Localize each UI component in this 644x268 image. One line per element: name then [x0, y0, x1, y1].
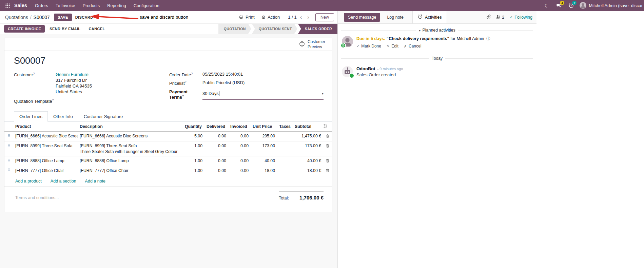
delete-row-icon[interactable] [323, 132, 332, 141]
optional-columns-icon[interactable] [323, 122, 332, 132]
address-line: 317 Fairchild Dr [56, 77, 92, 83]
save-button[interactable]: SAVE [54, 14, 72, 21]
drag-handle-icon[interactable]: ⠿ [4, 141, 13, 156]
col-header-delivered[interactable]: Delivered [204, 122, 228, 132]
cell-unit-price[interactable]: 173.00 [251, 141, 277, 156]
info-icon[interactable]: ⓘ [486, 36, 490, 41]
delete-row-icon[interactable] [323, 141, 332, 156]
pager-next-icon[interactable]: › [305, 14, 311, 20]
pager-previous-icon[interactable]: ‹ [298, 14, 304, 20]
cell-product[interactable]: [FURN_7777] Office Chair [13, 166, 78, 176]
cancel-activity-button[interactable]: ✗ Cancel [404, 44, 422, 49]
table-row[interactable]: ⠿ [FURN_6666] Acoustic Bloc Screens [FUR… [4, 132, 332, 141]
cell-product[interactable]: [FURN_8999] Three-Seat Sofa [13, 141, 78, 156]
cancel-button[interactable]: CANCEL [85, 25, 108, 33]
cell-description[interactable]: [FURN_8999] Three-Seat SofaThree Seater … [78, 141, 183, 156]
payment-terms-input[interactable]: 30 Days ▾ [202, 89, 324, 100]
delete-row-icon[interactable] [323, 166, 332, 176]
menu-configuration[interactable]: Configuration [130, 0, 163, 11]
customer-link[interactable]: Gemini Furniture [56, 72, 89, 77]
cell-delivered[interactable]: 0.00 [204, 132, 228, 141]
cell-description[interactable]: [FURN_7777] Office Chair [78, 166, 183, 176]
cell-unit-price[interactable]: 18.00 [251, 166, 277, 176]
cell-taxes[interactable] [277, 156, 293, 166]
planned-activities-toggle[interactable]: ▾ Planned activities [419, 28, 455, 33]
cell-invoiced[interactable]: 0.00 [228, 132, 251, 141]
table-row[interactable]: ⠿ [FURN_8999] Three-Seat Sofa [FURN_8999… [4, 141, 332, 156]
new-button[interactable]: New [315, 13, 334, 21]
col-header-invoiced[interactable]: Invoiced [228, 122, 251, 132]
status-step-quotation-sent[interactable]: QUOTATION SENT [252, 24, 297, 34]
col-header-taxes[interactable]: Taxes [277, 122, 293, 132]
discard-button[interactable]: DISCARD [72, 14, 97, 21]
cell-invoiced[interactable]: 0.00 [228, 141, 251, 156]
messages-icon[interactable]: 4 [554, 0, 564, 11]
activities-tab[interactable]: Activities [412, 11, 447, 23]
drag-handle-icon[interactable]: ⠿ [4, 166, 13, 176]
message-author[interactable]: OdooBot [356, 66, 375, 71]
delete-row-icon[interactable] [323, 156, 332, 166]
terms-and-conditions-field[interactable]: Terms and conditions... [15, 191, 279, 200]
col-header-subtotal[interactable]: Subtotal [293, 122, 323, 132]
mark-done-button[interactable]: ✓ Mark Done [356, 44, 381, 49]
cell-invoiced[interactable]: 0.00 [228, 166, 251, 176]
drag-handle-icon[interactable]: ⠿ [4, 132, 13, 141]
cell-description[interactable]: [FURN_6666] Acoustic Bloc Screens [78, 132, 183, 141]
tab-order-lines[interactable]: Order Lines [14, 111, 48, 122]
cell-taxes[interactable] [277, 132, 293, 141]
cell-taxes[interactable] [277, 166, 293, 176]
tab-customer-signature[interactable]: Customer Signature [78, 111, 129, 122]
cell-delivered[interactable]: 0.00 [204, 156, 228, 166]
order-date-field[interactable]: 05/25/2023 15:40:01 [202, 72, 243, 77]
send-by-email-button[interactable]: SEND BY EMAIL [46, 25, 84, 33]
customer-preview-button[interactable]: Customer Preview [295, 38, 332, 51]
cell-taxes[interactable] [277, 141, 293, 156]
following-button[interactable]: ✓ Following [509, 15, 532, 20]
table-row[interactable]: ⠿ [FURN_7777] Office Chair [FURN_7777] O… [4, 166, 332, 176]
drag-handle-icon[interactable]: ⠿ [4, 156, 13, 166]
cell-unit-price[interactable]: 295.00 [251, 132, 277, 141]
cell-invoiced[interactable]: 0.00 [228, 156, 251, 166]
col-header-product[interactable]: Product [13, 122, 78, 132]
print-button[interactable]: Print [236, 13, 257, 22]
col-header-unit-price[interactable]: Unit Price [251, 122, 277, 132]
menu-orders[interactable]: Orders [31, 0, 52, 11]
add-a-note-link[interactable]: Add a note [85, 179, 105, 184]
cell-quantity[interactable]: 5.00 [183, 132, 204, 141]
attachments-button[interactable] [486, 14, 491, 20]
add-a-section-link[interactable]: Add a section [51, 179, 76, 184]
status-step-sales-order[interactable]: SALES ORDER [298, 24, 337, 34]
menu-to-invoice[interactable]: To Invoice [52, 0, 79, 11]
status-step-quotation[interactable]: QUOTATION [218, 24, 251, 34]
cell-quantity[interactable]: 1.00 [183, 141, 204, 156]
cell-quantity[interactable]: 1.00 [183, 156, 204, 166]
cell-unit-price[interactable]: 40.00 [251, 156, 277, 166]
cell-product[interactable]: [FURN_6666] Acoustic Bloc Screens [13, 132, 78, 141]
cell-quantity[interactable]: 1.00 [183, 166, 204, 176]
send-message-button[interactable]: Send message [344, 13, 380, 22]
create-invoice-button[interactable]: CREATE INVOICE [4, 25, 45, 33]
col-header-quantity[interactable]: Quantity [183, 122, 204, 132]
action-button[interactable]: ⚙ Action [259, 13, 283, 21]
tab-other-info[interactable]: Other Info [48, 111, 78, 122]
app-name[interactable]: Sales [12, 3, 31, 8]
pricelist-field[interactable]: Public Pricelist (USD) [202, 80, 245, 86]
dark-mode-moon-icon[interactable]: ☾ [542, 0, 552, 11]
menu-reporting[interactable]: Reporting [103, 0, 130, 11]
cell-description[interactable]: [FURN_8888] Office Lamp [78, 156, 183, 166]
col-header-description[interactable]: Description [78, 122, 183, 132]
activities-clock-icon[interactable]: 2 [566, 0, 576, 11]
log-note-button[interactable]: Log note [383, 13, 408, 22]
menu-products[interactable]: Products [79, 0, 104, 11]
dropdown-caret-icon[interactable]: ▾ [322, 92, 324, 95]
apps-grid-icon[interactable] [3, 0, 12, 11]
cell-product[interactable]: [FURN_8888] Office Lamp [13, 156, 78, 166]
breadcrumb-quotations[interactable]: Quotations [5, 15, 28, 20]
edit-activity-button[interactable]: ✎ Edit [387, 44, 398, 49]
table-row[interactable]: ⠿ [FURN_8888] Office Lamp [FURN_8888] Of… [4, 156, 332, 166]
cell-delivered[interactable]: 0.00 [204, 141, 228, 156]
followers-button[interactable]: 2 [496, 15, 504, 20]
user-menu[interactable]: Mitchell Admin (save_discar [578, 0, 644, 11]
add-a-product-link[interactable]: Add a product [15, 179, 42, 184]
cell-delivered[interactable]: 0.00 [204, 166, 228, 176]
